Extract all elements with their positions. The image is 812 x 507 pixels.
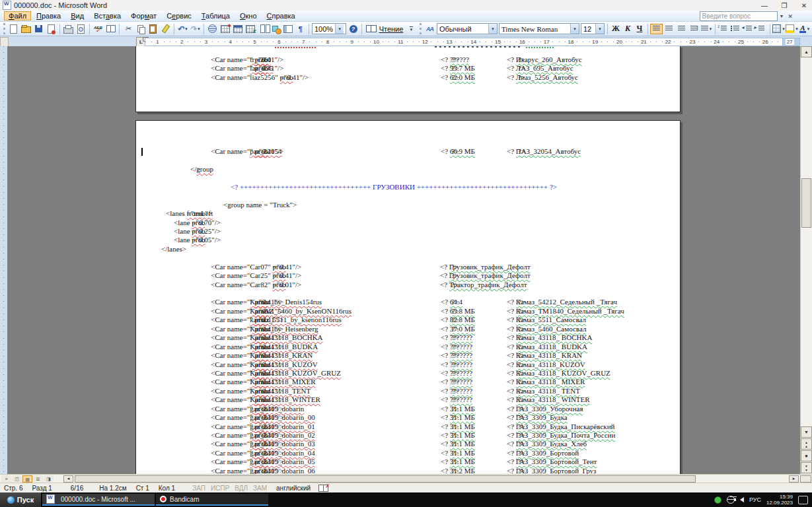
research-button[interactable] bbox=[104, 23, 117, 35]
insert-table-button[interactable] bbox=[231, 23, 244, 35]
redo-button[interactable]: ↷▼ bbox=[189, 23, 202, 35]
horizontal-scroll-thumb[interactable] bbox=[75, 475, 696, 483]
question-dropdown-icon[interactable]: ▼ bbox=[778, 14, 786, 18]
language-indicator[interactable]: РУС bbox=[749, 496, 761, 503]
save-button[interactable] bbox=[32, 23, 45, 35]
menu-table[interactable]: Таблица bbox=[197, 11, 235, 20]
zoom-combo[interactable]: 100% ▼ bbox=[312, 23, 346, 34]
columns-button[interactable] bbox=[256, 23, 269, 35]
close-button[interactable]: ✕ bbox=[799, 2, 809, 9]
menu-insert[interactable]: Вставка bbox=[89, 11, 126, 20]
align-center-button[interactable] bbox=[663, 23, 675, 35]
paste-button[interactable] bbox=[147, 23, 159, 35]
menu-edit[interactable]: Правка bbox=[32, 11, 65, 20]
vertical-scrollbar[interactable]: ▲ ▼ ▲▲ ● ▼▼ bbox=[800, 46, 812, 474]
print-preview-button[interactable] bbox=[75, 23, 87, 35]
new-document-button[interactable] bbox=[7, 23, 20, 35]
undo-button[interactable]: ↶▼ bbox=[176, 23, 189, 35]
toolbar-options-button[interactable]: ▼ bbox=[405, 23, 418, 35]
style-combo[interactable]: Обычный ▼ bbox=[437, 23, 498, 34]
vertical-ruler[interactable] bbox=[0, 46, 7, 474]
tables-and-borders-button[interactable] bbox=[219, 23, 231, 35]
browse-next-button[interactable]: ▼▼ bbox=[801, 462, 812, 473]
line-spacing-dropdown-icon[interactable]: ▼ bbox=[709, 27, 713, 31]
web-layout-button[interactable]: ◫ bbox=[12, 475, 22, 483]
format-painter-button[interactable] bbox=[159, 23, 172, 35]
menu-file[interactable]: Файл bbox=[4, 11, 31, 20]
undo-dropdown-icon[interactable]: ▼ bbox=[184, 27, 188, 31]
status-flag-испр[interactable]: ИСПР bbox=[211, 485, 229, 492]
menu-help[interactable]: Справка bbox=[262, 11, 300, 20]
taskbar-task-bandicam[interactable]: Bandicam bbox=[156, 494, 268, 506]
align-right-button[interactable] bbox=[675, 23, 688, 35]
open-button[interactable] bbox=[20, 23, 32, 35]
browse-previous-button[interactable]: ▲▲ bbox=[801, 438, 812, 450]
page-1[interactable]: <Car name="tr_i260" prob="0.41"/><? ????… bbox=[135, 46, 681, 112]
restore-button[interactable]: ❐ bbox=[779, 2, 790, 9]
drawing-button[interactable] bbox=[269, 23, 281, 35]
align-left-button[interactable] bbox=[650, 24, 663, 34]
zoom-value: 100% bbox=[313, 25, 335, 33]
scroll-right-button[interactable]: ► bbox=[789, 475, 799, 483]
italic-button[interactable]: К bbox=[622, 23, 634, 34]
menu-window[interactable]: Окно bbox=[235, 11, 262, 20]
status-flag-вдл[interactable]: ВДЛ bbox=[235, 485, 248, 492]
permission-button[interactable] bbox=[45, 23, 57, 35]
font-combo[interactable]: Times New Roman ▼ bbox=[499, 23, 579, 34]
formatting-toolbar-grip[interactable] bbox=[420, 23, 422, 34]
zoom-dropdown-icon[interactable]: ▼ bbox=[335, 24, 344, 34]
vertical-scroll-thumb[interactable] bbox=[801, 178, 811, 228]
redo-dropdown-icon[interactable]: ▼ bbox=[197, 27, 201, 31]
tray-status-icon[interactable] bbox=[714, 496, 721, 504]
minimize-button[interactable]: — bbox=[759, 2, 770, 9]
font-dropdown-icon[interactable]: ▼ bbox=[570, 24, 579, 34]
status-flag-зап[interactable]: ЗАП bbox=[192, 485, 205, 492]
highlight-button[interactable]: ▼ bbox=[786, 23, 799, 35]
font-color-button[interactable]: А▼ bbox=[799, 23, 811, 35]
scroll-left-button[interactable]: ◄ bbox=[63, 475, 73, 483]
style-dropdown-icon[interactable]: ▼ bbox=[488, 24, 497, 34]
copy-button[interactable] bbox=[134, 23, 147, 35]
volume-icon[interactable] bbox=[740, 497, 744, 502]
start-button[interactable]: Пуск bbox=[0, 492, 42, 507]
insert-hyperlink-button[interactable] bbox=[206, 23, 219, 35]
reading-view-button[interactable]: ◨ bbox=[44, 475, 54, 483]
font-color-dropdown-icon[interactable]: ▼ bbox=[807, 27, 811, 31]
horizontal-ruler[interactable]: 1234567891011121314151617181920212223242… bbox=[145, 38, 785, 46]
print-button[interactable] bbox=[62, 23, 75, 35]
action-center-icon[interactable] bbox=[798, 496, 808, 504]
taskbar-task-word[interactable]: 000000.doc - Microsoft ... bbox=[42, 494, 155, 506]
cut-button[interactable]: ✂ bbox=[122, 23, 134, 35]
question-input[interactable]: Введите вопрос bbox=[700, 11, 778, 21]
help-button[interactable]: ? bbox=[347, 23, 359, 35]
print-layout-button[interactable]: ▤ bbox=[22, 475, 32, 483]
underline-button[interactable]: Ч bbox=[634, 23, 646, 34]
line-spacing-button[interactable]: ▼ bbox=[700, 23, 713, 35]
font-size-dropdown-icon[interactable]: ▼ bbox=[595, 24, 604, 34]
toolbar-grip[interactable] bbox=[3, 23, 5, 34]
spelling-button[interactable]: АБВ bbox=[92, 23, 104, 35]
question-close-icon[interactable]: ✕ bbox=[786, 13, 795, 20]
bold-button[interactable]: Ж bbox=[610, 23, 622, 34]
scroll-down-button[interactable]: ▼ bbox=[801, 426, 812, 438]
font-size-combo[interactable]: 12 ▼ bbox=[581, 23, 605, 34]
clock[interactable]: 15:39 12.09.2023 bbox=[766, 494, 793, 506]
status-flag-зам[interactable]: ЗАМ bbox=[253, 485, 267, 492]
show-hide-button[interactable]: ¶ bbox=[294, 23, 307, 35]
menu-view[interactable]: Вид bbox=[66, 11, 89, 20]
borders-button[interactable]: ▼ bbox=[772, 23, 786, 35]
insert-excel-table-button[interactable] bbox=[244, 23, 256, 35]
increase-indent-button[interactable] bbox=[755, 23, 768, 35]
outline-view-button[interactable]: ☰ bbox=[33, 475, 43, 483]
page-2[interactable]: <Car name="paz_32054" prob="0.41"/><? 66… bbox=[135, 120, 681, 474]
menu-tools[interactable]: Сервис bbox=[162, 11, 196, 20]
read-mode-button[interactable]: Чтение bbox=[364, 23, 405, 35]
numbering-button[interactable] bbox=[718, 23, 730, 35]
spelling-status-icon[interactable] bbox=[318, 485, 328, 492]
scroll-up-button[interactable]: ▲ bbox=[801, 46, 812, 57]
styles-and-formatting-button[interactable]: АА bbox=[424, 23, 436, 35]
document-map-button[interactable] bbox=[281, 23, 294, 35]
menu-format[interactable]: Формат bbox=[126, 11, 161, 20]
normal-view-button[interactable]: ≡ bbox=[1, 475, 11, 483]
browse-object-button[interactable]: ● bbox=[801, 450, 812, 461]
